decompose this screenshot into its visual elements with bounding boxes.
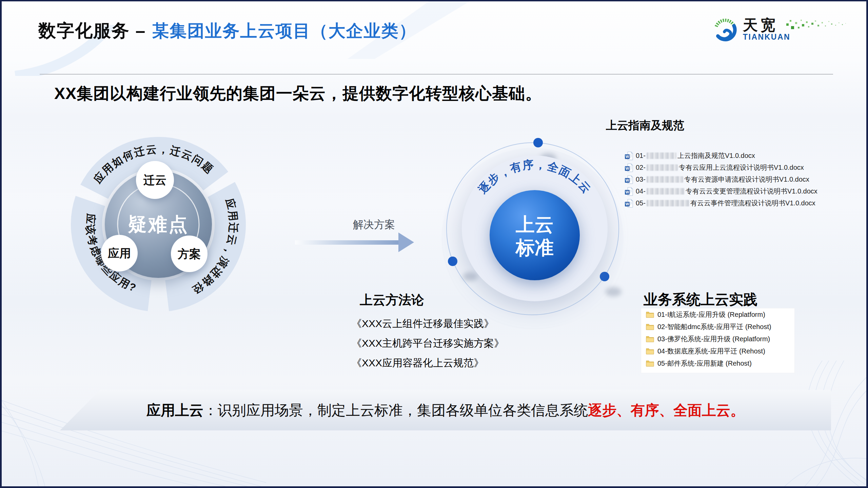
redacted-company-name [647, 200, 689, 206]
logo-mosaic-pixels [786, 18, 854, 33]
folder-name: 01-I航运系统-应用升级 (Replatform) [657, 310, 765, 319]
doc-file-name: 有云云事件管理流程设计说明书V1.0.docx [690, 199, 815, 208]
footer-bold-text: 应用上云 [146, 401, 203, 420]
footer-normal-text: ：识别应用场景，制定上云标准，集团各级单位各类信息系统 [203, 401, 588, 420]
folder-name: 03-佛罗伦系统-应用升级 (Replatform) [657, 334, 770, 344]
footer-summary-band: 应用上云：识别应用场景，制定上云标准，集团各级单位各类信息系统逐步、有序、全面上… [60, 390, 831, 430]
folder-name: 04-数据底座系统-应用平迁 (Rehost) [657, 347, 765, 356]
tiankuan-logo: 天宽 TIANKUAN [711, 13, 840, 45]
folder-icon [646, 336, 654, 342]
solution-arrow-label: 解决方案 [333, 218, 415, 232]
pain-points-diagram: 应用如何迁云，迁云问题 应该考虑哪些应用? 应用迁云，演进路径 迁云 应用 方案… [68, 132, 251, 328]
doc-file-prefix: 02- [636, 164, 646, 171]
folder-name: 02-智能船dmc系统-应用平迁 (Rehost) [657, 322, 771, 331]
word-doc-icon [625, 187, 633, 196]
methodology-book-list: 《XXX云上组件迁移最佳实践》 《XXX主机跨平台迁移实施方案》 《XXX应用容… [352, 314, 504, 373]
doc-file-name: 专有云应用上云流程设计说明书V1.0.docx [679, 163, 804, 172]
slide: W [2, 1, 866, 486]
solution-arrow [293, 231, 417, 255]
folder-icon [646, 360, 654, 367]
slide-subtitle: XX集团以构建行业领先的集团一朵云，提供数字化转型核心基础。 [54, 83, 542, 104]
cloud-standard-sphere [490, 190, 580, 280]
guide-file-list: 01- 上云指南及规范V1.0.docx 02- 专有云应用上云流程设计说明书V… [625, 150, 842, 209]
doc-file-name: 上云指南及规范V1.0.docx [677, 151, 755, 160]
title-blue-part: 某集团业务上云项目（大企业类） [152, 21, 416, 40]
tiankuan-logo-icon [711, 15, 739, 43]
sphere-label-line2: 标准 [515, 237, 554, 258]
practice-section-heading: 业务系统上云实践 [644, 290, 757, 309]
title-black-part: 数字化服务 – [38, 21, 146, 40]
folder-icon [646, 348, 654, 354]
doc-file-row: 01- 上云指南及规范V1.0.docx [625, 150, 842, 162]
footer-red-text: 逐步、有序、全面上云。 [588, 401, 745, 420]
title-divider [40, 74, 833, 75]
doc-file-prefix: 05- [636, 199, 646, 207]
methodology-section-heading: 上云方法论 [360, 291, 424, 309]
word-doc-icon [625, 175, 633, 184]
practice-folder-panel: 01-I航运系统-应用升级 (Replatform) 02-智能船dmc系统-应… [641, 308, 794, 373]
doc-file-row: 04- 专有云云变更管理流程设计说明书V1.0.docx [625, 185, 842, 197]
doc-file-row: 03- 专有云资源申请流程设计说明书V1.0.docx [625, 174, 842, 185]
page-title: 数字化服务 –某集团业务上云项目（大企业类） [38, 19, 416, 43]
sphere-label-line1: 上云 [515, 214, 554, 235]
word-doc-icon [625, 151, 633, 160]
cloud-standard-diagram: 逐步，有序，全面上云 上云 标准 [439, 123, 643, 340]
folder-row: 05-邮件系统-应用新建 (Rehost) [641, 357, 794, 369]
pain-points-label: 疑难点 [127, 214, 189, 235]
satellite-label-yingyong: 应用 [107, 247, 131, 260]
redacted-company-name [647, 152, 676, 159]
doc-file-name: 专有云资源申请流程设计说明书V1.0.docx [684, 175, 809, 184]
doc-file-prefix: 03- [636, 176, 646, 183]
logo-text-en: TIANKUAN [743, 33, 790, 41]
folder-row: 02-智能船dmc系统-应用平迁 (Rehost) [641, 321, 794, 333]
folder-row: 03-佛罗伦系统-应用升级 (Replatform) [641, 333, 794, 345]
word-doc-icon [625, 199, 633, 208]
doc-file-row: 05- 有云云事件管理流程设计说明书V1.0.docx [625, 197, 842, 209]
guide-section-heading: 上云指南及规范 [606, 118, 684, 133]
doc-file-row: 02- 专有云应用上云流程设计说明书V1.0.docx [625, 162, 842, 174]
satellite-label-fangan: 方案 [177, 247, 201, 260]
logo-text-cn: 天宽 [743, 17, 790, 33]
satellite-label-qianyun: 迁云 [143, 174, 166, 186]
folder-icon [646, 323, 654, 330]
doc-file-name: 专有云云变更管理流程设计说明书V1.0.docx [686, 187, 817, 196]
methodology-book-title: 《XXX主机跨平台迁移实施方案》 [352, 333, 504, 353]
redacted-company-name [647, 164, 678, 171]
methodology-book-title: 《XXX应用容器化上云规范》 [352, 353, 504, 373]
doc-file-prefix: 04- [636, 187, 646, 195]
word-doc-icon [625, 163, 633, 172]
folder-icon [646, 311, 654, 318]
redacted-company-name [647, 176, 683, 183]
folder-name: 05-邮件系统-应用新建 (Rehost) [657, 359, 752, 368]
doc-file-prefix: 01- [636, 152, 646, 160]
folder-row: 01-I航运系统-应用升级 (Replatform) [641, 308, 794, 321]
folder-row: 04-数据底座系统-应用平迁 (Rehost) [641, 345, 794, 357]
methodology-book-title: 《XXX云上组件迁移最佳实践》 [352, 314, 504, 333]
redacted-company-name [647, 188, 685, 195]
